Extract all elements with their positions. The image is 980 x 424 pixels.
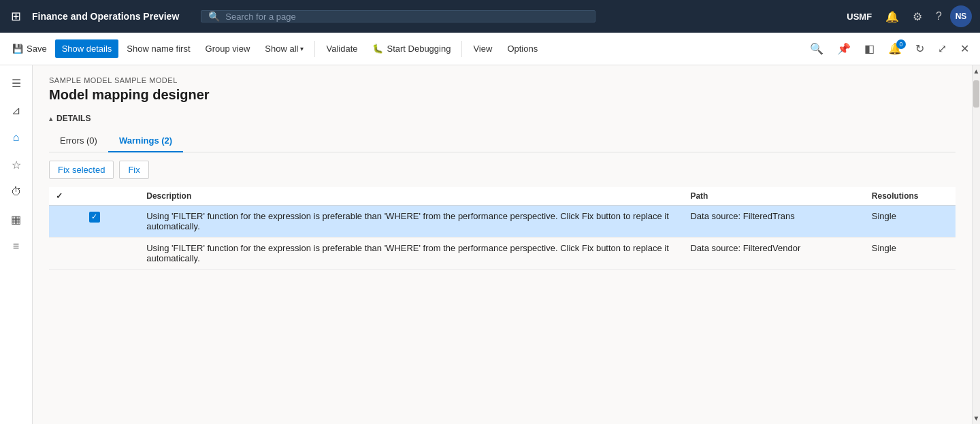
show-all-button[interactable]: Show all ▾: [258, 39, 310, 58]
search-bar[interactable]: 🔍: [201, 10, 595, 22]
help-icon[interactable]: ?: [930, 6, 947, 27]
validate-button[interactable]: Validate: [319, 39, 364, 58]
sidebar-toggle-icon[interactable]: ◧: [859, 38, 880, 59]
col-header-path: Path: [683, 187, 864, 206]
toolbar: 💾 Save Show details Show name first Grou…: [0, 33, 980, 65]
row-path-2: Data source: FilteredVendor: [683, 238, 864, 270]
notification-count: 0: [896, 39, 906, 49]
grid-icon[interactable]: ⊞: [8, 6, 24, 27]
row-resolutions-1: Single: [865, 206, 956, 238]
sidebar-item-favorites[interactable]: ☆: [4, 152, 29, 177]
warnings-table: ✓ Description Path Resolutions ✓ Using '…: [49, 187, 956, 270]
expand-button[interactable]: ⤢: [932, 38, 952, 59]
pin-icon[interactable]: 📌: [832, 38, 856, 59]
action-buttons: Fix selected Fix: [49, 161, 956, 179]
search-icon: 🔍: [208, 11, 220, 22]
details-label: DETAILS: [56, 114, 91, 123]
separator2: [461, 41, 462, 57]
row-check-2[interactable]: [49, 238, 140, 270]
row-resolutions-2: Single: [865, 238, 956, 270]
row-description-2: Using 'FILTER' function for the expressi…: [140, 238, 683, 270]
search-input[interactable]: [225, 12, 588, 22]
avatar[interactable]: NS: [950, 5, 972, 27]
sidebar-item-recent[interactable]: ⏱: [4, 180, 29, 204]
col-header-resolutions: Resolutions: [865, 187, 956, 206]
col-header-check: ✓: [49, 187, 140, 206]
show-name-button[interactable]: Show name first: [120, 39, 197, 58]
top-nav: ⊞ Finance and Operations Preview 🔍 USMF …: [0, 0, 980, 33]
bug-icon: 🐛: [372, 44, 383, 54]
scroll-up-arrow[interactable]: ▲: [973, 65, 980, 77]
right-scrollbar[interactable]: ▲ ▼: [972, 65, 980, 424]
details-section: ▴ DETAILS Errors (0) Warnings (2) Fix se…: [33, 103, 972, 270]
breadcrumb: SAMPLE MODEL SAMPLE MODEL: [49, 76, 956, 84]
start-debugging-button[interactable]: 🐛 Start Debugging: [365, 39, 457, 58]
content-area: SAMPLE MODEL SAMPLE MODEL Model mapping …: [33, 65, 972, 424]
separator: [314, 41, 315, 57]
fix-button[interactable]: Fix: [119, 161, 148, 179]
row-path-1: Data source: FilteredTrans: [683, 206, 864, 238]
app-title: Finance and Operations Preview: [32, 11, 179, 22]
scroll-track[interactable]: [973, 77, 980, 412]
row-description-1: Using 'FILTER' function for the expressi…: [140, 206, 683, 238]
scroll-thumb[interactable]: [973, 80, 979, 108]
sidebar-item-modules[interactable]: ≡: [4, 234, 29, 259]
bell-icon[interactable]: 🔔: [880, 6, 904, 27]
tab-warnings[interactable]: Warnings (2): [108, 130, 183, 152]
tabs: Errors (0) Warnings (2): [49, 130, 956, 152]
sidebar-item-menu[interactable]: ☰: [4, 71, 29, 95]
options-button[interactable]: Options: [500, 39, 544, 58]
checkmark-icon: ✓: [89, 212, 100, 223]
row-check-1[interactable]: ✓: [49, 206, 140, 238]
show-details-button[interactable]: Show details: [55, 39, 119, 58]
left-sidebar: ☰ ⊿ ⌂ ☆ ⏱ ▦ ≡: [0, 65, 33, 424]
refresh-button[interactable]: ↻: [910, 38, 930, 59]
collapse-icon: ▴: [49, 115, 52, 123]
table-row[interactable]: Using 'FILTER' function for the expressi…: [49, 238, 956, 270]
col-header-description: Description: [140, 187, 683, 206]
details-header[interactable]: ▴ DETAILS: [49, 114, 956, 123]
chevron-down-icon: ▾: [300, 45, 304, 52]
main-layout: ☰ ⊿ ⌂ ☆ ⏱ ▦ ≡ SAMPLE MODEL SAMPLE MODEL …: [0, 65, 980, 424]
fix-selected-button[interactable]: Fix selected: [49, 161, 114, 179]
sidebar-item-home[interactable]: ⌂: [4, 125, 29, 150]
save-icon: 💾: [12, 44, 23, 54]
scroll-down-arrow[interactable]: ▼: [973, 412, 980, 424]
breadcrumb-area: SAMPLE MODEL SAMPLE MODEL Model mapping …: [33, 65, 972, 103]
table-row[interactable]: ✓ Using 'FILTER' function for the expres…: [49, 206, 956, 238]
gear-icon[interactable]: ⚙: [907, 6, 928, 27]
page-title: Model mapping designer: [49, 87, 956, 103]
view-button[interactable]: View: [466, 39, 499, 58]
top-nav-right: USMF 🔔 ⚙ ? NS: [841, 5, 972, 27]
group-view-button[interactable]: Group view: [199, 39, 257, 58]
tab-errors[interactable]: Errors (0): [49, 130, 108, 152]
sidebar-item-filter[interactable]: ⊿: [4, 98, 29, 123]
save-button[interactable]: 💾 Save: [5, 39, 54, 58]
sidebar-item-workspaces[interactable]: ▦: [4, 207, 29, 231]
company-code: USMF: [841, 12, 877, 22]
toolbar-right: 🔍 📌 ◧ 🔔 0 ↻ ⤢ ✕: [804, 38, 975, 59]
search-toolbar-icon[interactable]: 🔍: [804, 38, 829, 59]
close-button[interactable]: ✕: [955, 38, 975, 59]
check-header-icon: ✓: [56, 191, 63, 201]
